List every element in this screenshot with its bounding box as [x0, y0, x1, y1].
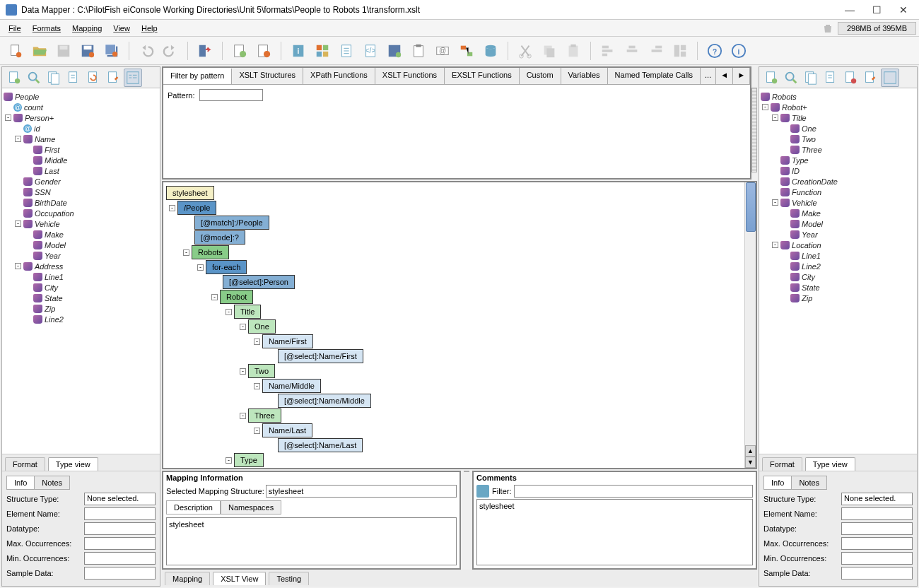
tree-node[interactable]: BirthDate [35, 199, 67, 207]
tree-node[interactable]: Gender [35, 177, 61, 186]
scroll-up-button[interactable]: ▲ [745, 445, 756, 457]
typeview-tab[interactable]: Type view [48, 457, 98, 471]
tree-node[interactable]: Type [792, 156, 809, 165]
tree-root[interactable]: People [15, 93, 39, 101]
tree-node[interactable]: Robot+ [782, 103, 807, 112]
namespaces-tab[interactable]: Namespaces [221, 500, 281, 514]
maximize-button[interactable]: ☐ [870, 4, 884, 16]
add-target-button[interactable] [762, 69, 780, 87]
tree-root[interactable]: Robots [772, 93, 797, 101]
tree-node[interactable]: Title [792, 114, 807, 122]
source-tree[interactable]: People @count -Person+ @id -Name First M… [2, 88, 160, 454]
tree-node[interactable]: City [45, 283, 58, 292]
saveas-button[interactable] [78, 41, 98, 61]
xslt-title[interactable]: Title [234, 305, 261, 319]
xslt-name-last[interactable]: Name/Last [262, 423, 312, 437]
validate-target-button[interactable] [841, 69, 860, 87]
clipboard-button[interactable] [409, 41, 428, 61]
tab-named-templates[interactable]: Named Template Calls [608, 68, 701, 84]
tab-scroll-right[interactable]: ► [733, 68, 750, 84]
tree-node[interactable]: Model [802, 220, 823, 228]
copy-target-button[interactable] [802, 69, 820, 87]
xslt-sel-person[interactable]: [@select]:Person [223, 275, 295, 289]
tree-node[interactable]: Vehicle [35, 220, 60, 228]
xslt-sel-first[interactable]: [@select]:Name/First [278, 349, 363, 363]
testing-tab[interactable]: Testing [269, 572, 309, 585]
menu-help[interactable]: Help [136, 22, 163, 35]
xslt-tree[interactable]: stylesheet -/People [@match]:/People [@m… [163, 182, 744, 468]
layout-button[interactable] [670, 41, 690, 61]
align-right-button[interactable] [646, 41, 666, 61]
menu-formats[interactable]: Formats [27, 22, 66, 35]
save-all-button[interactable] [102, 41, 122, 61]
target-tree[interactable]: Robots -Robot+ -Title One Two Three Type… [759, 88, 917, 454]
email-button[interactable]: @ [433, 41, 452, 61]
xslt-scrollbar[interactable]: ▲ ▼ [744, 182, 756, 468]
menu-view[interactable]: View [107, 22, 136, 35]
tree-node[interactable]: Make [45, 230, 64, 239]
comments-area[interactable]: stylesheet [476, 499, 753, 565]
xslt-view-tab[interactable]: XSLT View [213, 572, 266, 585]
tab-xpath-functions[interactable]: XPath Functions [303, 68, 375, 84]
xslt-name-middle[interactable]: Name/Middle [262, 379, 321, 393]
typeview-tab-r[interactable]: Type view [805, 457, 855, 471]
about-button[interactable]: i [729, 41, 749, 61]
scroll-thumb[interactable] [746, 182, 756, 232]
validate-config-button[interactable] [254, 41, 274, 61]
validate-button[interactable] [230, 41, 250, 61]
xslt-stylesheet[interactable]: stylesheet [166, 186, 214, 200]
tab-scroll-left[interactable]: ◄ [716, 68, 733, 84]
xslt-one[interactable]: One [248, 319, 276, 334]
format-tab-r[interactable]: Format [762, 457, 802, 471]
tree-attr[interactable]: id [34, 124, 40, 133]
tree-node[interactable]: Middle [45, 156, 67, 165]
description-tab[interactable]: Description [166, 500, 221, 514]
undo-button[interactable] [136, 41, 156, 61]
tree-node[interactable]: Name [35, 135, 55, 143]
tree-node[interactable]: Location [792, 241, 821, 249]
trash-icon[interactable] [822, 23, 833, 34]
info-tab-r[interactable]: Info [763, 476, 792, 490]
xslt-people[interactable]: /People [177, 201, 216, 215]
xslt-type[interactable]: Type [234, 453, 264, 467]
tab-exslt-functions[interactable]: EXSLT Functions [445, 68, 520, 84]
info-button[interactable]: i [288, 41, 308, 61]
open-folder-button[interactable] [30, 41, 49, 61]
tab-xslt-functions[interactable]: XSLT Functions [375, 68, 445, 84]
grid-button[interactable] [312, 41, 332, 61]
save-output-button[interactable] [385, 41, 404, 61]
copy-button[interactable] [539, 41, 559, 61]
xslt-two[interactable]: Two [248, 364, 275, 378]
tree-node[interactable]: Occupation [35, 209, 74, 218]
tree-node[interactable]: Last [45, 167, 59, 175]
config-target-button[interactable] [821, 69, 840, 87]
add-source-button[interactable] [5, 69, 23, 87]
xslt-robots[interactable]: Robots [192, 245, 229, 259]
xslt-name-first[interactable]: Name/First [262, 334, 313, 348]
config-source-button[interactable] [64, 69, 83, 87]
tree-node[interactable]: Line1 [802, 252, 821, 260]
tree-node[interactable]: Line1 [45, 273, 64, 281]
tree-view-source-button[interactable] [124, 69, 142, 87]
tab-filter-pattern[interactable]: Filter by pattern [163, 69, 232, 85]
tree-node[interactable]: Line2 [45, 315, 64, 324]
search-target-button[interactable] [782, 69, 800, 87]
redo-button[interactable] [160, 41, 180, 61]
tree-node[interactable]: Zip [45, 305, 55, 313]
search-source-button[interactable] [25, 69, 43, 87]
tree-node[interactable]: Two [802, 135, 816, 143]
mapping-view-tab[interactable]: Mapping [165, 572, 210, 585]
xslt-sel-middle[interactable]: [@select]:Name/Middle [278, 394, 371, 408]
close-button[interactable]: ✕ [896, 4, 911, 16]
cut-button[interactable] [515, 41, 535, 61]
tree-node[interactable]: Vehicle [792, 199, 817, 207]
palette-drag-handle[interactable] [751, 88, 757, 172]
doc1-button[interactable] [336, 41, 356, 61]
tab-custom[interactable]: Custom [520, 68, 561, 84]
paste-button[interactable] [563, 41, 583, 61]
exit-button[interactable] [195, 41, 215, 61]
mapinfo-drag-handle[interactable] [464, 471, 469, 472]
menu-file[interactable]: File [3, 22, 27, 35]
minimize-button[interactable]: — [843, 4, 857, 16]
flow-button[interactable] [457, 41, 476, 61]
